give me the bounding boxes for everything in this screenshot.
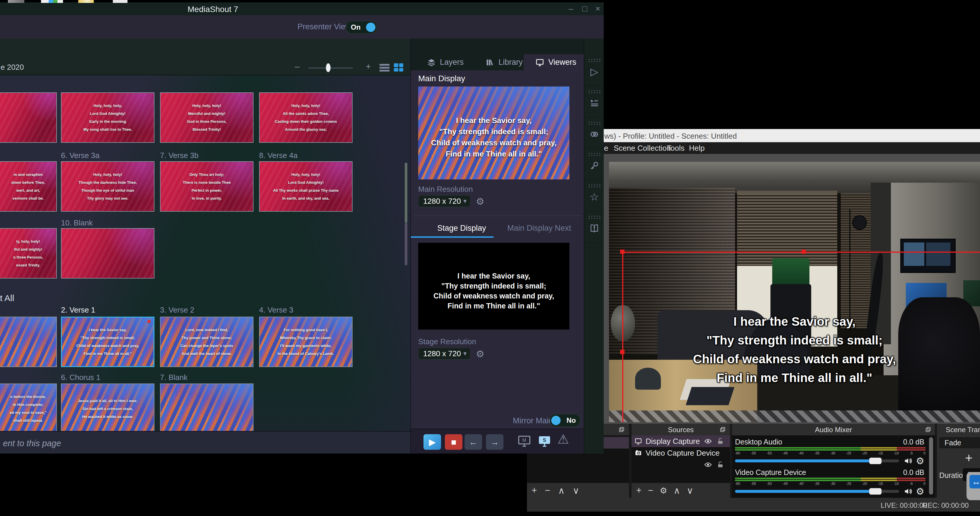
dock-item-links[interactable] — [584, 117, 604, 149]
volume-slider-handle[interactable] — [869, 458, 881, 464]
deck-scrollbar-thumb-lower[interactable] — [405, 223, 407, 265]
source-row-display-capture[interactable]: Display Capture — [632, 435, 730, 447]
source-properties-gear-icon[interactable]: ⚙ — [660, 486, 667, 495]
slide-thumbnail[interactable]: For nothing good have I, Whereby Thy gra… — [259, 317, 353, 367]
unlock-icon[interactable] — [716, 438, 724, 445]
dock-item-play[interactable]: ▷ — [584, 54, 604, 86]
tab-stage-display[interactable]: Stage Display — [437, 224, 486, 233]
slide-thumbnail[interactable]: m and seraphim down before Thee, wert, a… — [0, 161, 57, 212]
slide-thumbnail[interactable]: Holy, holy, holy! Merciful and mighty! G… — [160, 92, 253, 143]
channel-gear-icon[interactable]: ⚙ — [916, 455, 924, 467]
remove-scene-button[interactable]: − — [545, 485, 550, 496]
zoom-slider-track[interactable] — [308, 67, 353, 68]
channel-gear-icon[interactable]: ⚙ — [916, 486, 924, 497]
menu-help[interactable]: Help — [689, 144, 705, 153]
play-button[interactable]: ▶ — [423, 434, 441, 450]
selection-handle-topcenter[interactable] — [802, 250, 806, 254]
warning-icon[interactable]: ⚠ — [557, 432, 569, 446]
sources-panel-header[interactable]: Sources — [632, 424, 730, 435]
add-scene-button[interactable]: + — [531, 485, 537, 496]
selection-line-top[interactable] — [622, 252, 980, 253]
next-slide-button[interactable]: → — [486, 434, 503, 450]
slide-thumbnail[interactable]: ly, holy, holy! iful and mighty! n three… — [0, 228, 57, 279]
drag-grip[interactable] — [588, 121, 601, 124]
previous-slide-button[interactable]: ← — [465, 434, 482, 450]
selection-handle-topleft[interactable] — [620, 250, 625, 254]
stage-display-gear-icon[interactable]: ⚙ — [476, 348, 484, 360]
mirror-main-toggle[interactable]: No — [550, 414, 580, 427]
slide-thumbnail[interactable]: Holy, holy, holy! All the saints adore T… — [259, 92, 353, 143]
drag-grip[interactable] — [588, 58, 601, 62]
slide-thumbnail-selected[interactable]: I hear the Savior say, "Thy strength ind… — [61, 317, 154, 367]
drag-grip[interactable] — [588, 184, 601, 187]
slide-deck[interactable]: Holy, holy, holy, Lord God Almighty! Ear… — [0, 75, 410, 431]
dock-item-favorites[interactable]: ☆ — [584, 180, 604, 211]
unlock-icon[interactable] — [716, 461, 724, 468]
transition-select[interactable]: Fade — [939, 437, 980, 448]
panel-pin-icon[interactable] — [618, 426, 625, 433]
menu-scene-collection[interactable]: Scene Collection — [614, 144, 671, 153]
drag-grip[interactable] — [588, 153, 601, 156]
maximize-button[interactable]: □ — [579, 4, 590, 13]
source-up-button[interactable]: ∧ — [673, 485, 680, 496]
slide-thumbnail[interactable]: Holy, holy, holy, Lord God Almighty! Ear… — [61, 92, 154, 143]
slide-thumbnail[interactable]: Jesus paid it all, all to Him I owe; Sin… — [61, 384, 154, 431]
add-transition-button[interactable]: + — [965, 451, 973, 465]
visibility-eye-icon[interactable] — [704, 461, 712, 468]
add-source-button[interactable]: + — [636, 485, 641, 496]
tab-layers[interactable]: Layers — [418, 54, 477, 70]
tab-main-display-next[interactable]: Main Display Next — [507, 224, 571, 233]
slide-thumbnail[interactable]: Only Thou art holy; There is none beside… — [160, 161, 253, 212]
menu-profile-fragment[interactable]: e — [604, 144, 608, 153]
mixer-scrollbar[interactable] — [929, 437, 933, 495]
slide-thumbnail[interactable] — [61, 228, 154, 279]
grid-view-icon[interactable] — [394, 63, 403, 72]
scene-up-button[interactable]: ∧ — [558, 485, 565, 496]
menu-tools[interactable]: Tools — [667, 144, 685, 153]
panel-pin-icon[interactable] — [719, 426, 726, 433]
main-resolution-dropdown[interactable]: 1280 x 720 ▾ — [418, 195, 470, 207]
stage-display-toggle-icon[interactable]: S — [538, 434, 552, 448]
volume-slider-handle[interactable] — [869, 488, 881, 495]
selection-line-left[interactable] — [622, 252, 624, 422]
zoom-slider-knob[interactable] — [326, 63, 331, 72]
stop-button[interactable]: ■ — [445, 434, 463, 450]
slide-thumbnail[interactable] — [0, 92, 57, 143]
slide-thumbnail[interactable]: Holy, holy, holy! Lord God Almighty! All… — [259, 161, 353, 212]
visibility-eye-icon[interactable] — [704, 438, 712, 445]
dock-item-playlist[interactable] — [584, 86, 604, 117]
presenter-view-toggle[interactable]: On — [346, 21, 377, 34]
slide-thumbnail[interactable] — [0, 317, 57, 367]
slide-lyrics: Holy, holy, holy, Lord God Almighty! Ear… — [62, 102, 154, 134]
slide-lyrics: I hear the Savior say, "Thy strength ind… — [62, 326, 154, 358]
slide-thumbnail[interactable]: n before the throne, in Him complete; ed… — [0, 384, 57, 431]
list-view-icon[interactable] — [380, 64, 390, 72]
main-display-gear-icon[interactable]: ⚙ — [476, 196, 484, 207]
teamviewer-bubble[interactable]: ↔ — [967, 472, 980, 500]
drag-grip[interactable] — [588, 215, 601, 219]
close-button[interactable]: × — [592, 4, 604, 13]
speaker-icon[interactable] — [904, 487, 913, 496]
deck-scrollbar-thumb[interactable] — [405, 163, 407, 223]
zoom-out-button[interactable]: – — [295, 62, 300, 72]
slide-thumbnail[interactable]: Lord, now indeed I find, Thy power and T… — [160, 317, 253, 367]
mixer-panel-header[interactable]: Audio Mixer — [732, 424, 935, 435]
speaker-icon[interactable] — [904, 457, 913, 465]
panel-pin-icon[interactable] — [925, 426, 931, 433]
slide-thumbnail[interactable]: Holy, holy, holy! Though the darkness hi… — [61, 161, 154, 212]
remove-source-button[interactable]: − — [648, 485, 653, 496]
minimize-button[interactable]: – — [565, 4, 577, 13]
source-down-button[interactable]: ∨ — [687, 485, 694, 496]
dock-item-keys[interactable] — [584, 148, 604, 180]
source-row-video-capture[interactable]: Video Capture Device — [632, 447, 730, 459]
slide-thumbnail[interactable] — [160, 384, 253, 431]
scene-down-button[interactable]: ∨ — [573, 485, 579, 496]
selection-handle-midleft[interactable] — [620, 350, 625, 354]
transitions-panel-header[interactable]: Scene Transit — [937, 424, 980, 435]
dock-item-bible[interactable] — [584, 211, 604, 243]
mediashout-titlebar[interactable]: MediaShout 7 – □ × — [0, 2, 604, 15]
zoom-in-button[interactable]: + — [366, 62, 371, 72]
main-display-toggle-icon[interactable]: M — [517, 434, 531, 448]
stage-resolution-dropdown[interactable]: 1280 x 720 ▾ — [418, 348, 470, 360]
drag-grip[interactable] — [588, 90, 601, 93]
